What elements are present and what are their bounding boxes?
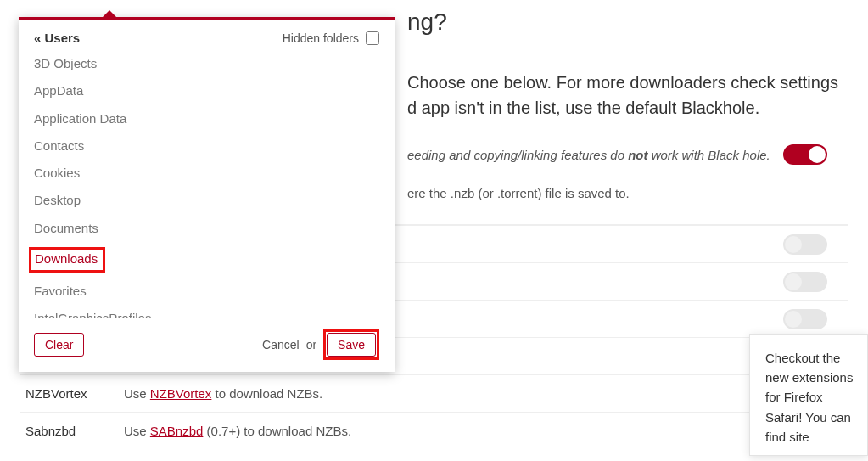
- note-pre: eeding and copying/linking features do: [407, 148, 628, 162]
- folder-item[interactable]: IntelGraphicsProfiles: [34, 305, 391, 318]
- nzbvortex-link[interactable]: NZBVortex: [150, 386, 212, 401]
- desc-line1: Choose one below. For more downloaders c…: [407, 73, 838, 92]
- toggle-c[interactable]: [783, 309, 827, 329]
- extension-notification[interactable]: Checkout the new extensions for Firefox …: [749, 334, 868, 456]
- clear-button[interactable]: Clear: [34, 333, 84, 357]
- hidden-folders-wrap[interactable]: Hidden folders: [283, 31, 379, 45]
- toggle-a[interactable]: [783, 234, 827, 255]
- sabnzbd-link[interactable]: SABnzbd: [150, 424, 204, 438]
- folder-item[interactable]: 3D Objects: [34, 50, 391, 77]
- folder-item[interactable]: Contacts: [34, 132, 391, 160]
- desc-line2: d app isn't in the list, use the default…: [407, 98, 759, 117]
- folder-item[interactable]: Documents: [34, 215, 391, 242]
- folder-item[interactable]: Desktop: [34, 187, 391, 214]
- note-not: not: [628, 148, 647, 162]
- row-label-nzbvortex: NZBVortex: [25, 386, 124, 401]
- sabnzbd-pre: Use: [124, 424, 150, 438]
- folder-item[interactable]: Downloads: [34, 242, 391, 278]
- row-value-nzbvortex: Use NZBVortex to download NZBs.: [124, 386, 322, 401]
- blackhole-toggle[interactable]: [783, 144, 827, 165]
- row-sabnzbd[interactable]: Sabnzbd Use SABnzbd (0.7+) to download N…: [20, 412, 848, 449]
- save-location-note: ere the .nzb (or .torrent) file is saved…: [407, 186, 848, 200]
- save-highlight: Save: [323, 329, 379, 360]
- row-value-sabnzbd: Use SABnzbd (0.7+) to download NZBs.: [124, 424, 351, 438]
- or-label: or: [306, 338, 316, 351]
- page-description: Choose one below. For more downloaders c…: [407, 70, 848, 121]
- page-title-fragment: ng?: [407, 8, 848, 36]
- toggle-b[interactable]: [783, 272, 827, 292]
- folder-item[interactable]: Cookies: [34, 160, 391, 187]
- hidden-folders-checkbox[interactable]: [366, 31, 379, 45]
- breadcrumb-current: Users: [45, 31, 81, 45]
- save-button[interactable]: Save: [327, 333, 376, 357]
- folder-item[interactable]: Favorites: [34, 278, 391, 305]
- cancel-button[interactable]: Cancel: [262, 338, 300, 351]
- nzbvortex-post: to download NZBs.: [211, 386, 322, 401]
- row-nzbvortex[interactable]: NZBVortex Use NZBVortex to download NZBs…: [20, 374, 848, 412]
- blackhole-note-row: eeding and copying/linking features do n…: [407, 148, 848, 162]
- folder-item[interactable]: Application Data: [34, 105, 391, 132]
- sabnzbd-post: (0.7+) to download NZBs.: [203, 424, 351, 438]
- folder-item[interactable]: AppData: [34, 77, 391, 104]
- popover-arrow-icon: [102, 10, 117, 18]
- folder-breadcrumb[interactable]: « Users: [34, 31, 80, 45]
- row-label-sabnzbd: Sabnzbd: [25, 424, 124, 438]
- folder-item-highlight: Downloads: [29, 247, 105, 273]
- note-post: work with Black hole.: [648, 148, 770, 162]
- folder-picker-popover: « Users Hidden folders 3D ObjectsAppData…: [19, 17, 395, 372]
- folder-list[interactable]: 3D ObjectsAppDataApplication DataContact…: [19, 50, 395, 318]
- breadcrumb-back-icon[interactable]: «: [34, 31, 45, 45]
- hidden-folders-label: Hidden folders: [283, 31, 359, 45]
- nzbvortex-pre: Use: [124, 386, 150, 401]
